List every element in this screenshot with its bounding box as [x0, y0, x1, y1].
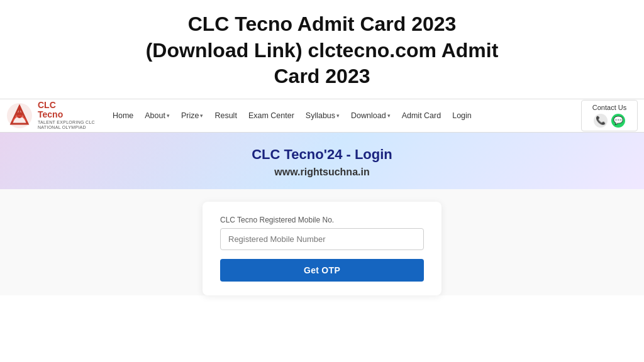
hero-section: CLC Tecno'24 - Login www.rightsuchna.in: [0, 133, 644, 189]
nav-label-admit-card: Admit Card: [402, 111, 441, 120]
nav-item-about[interactable]: About ▾: [140, 107, 175, 124]
about-dropdown-arrow: ▾: [167, 112, 170, 119]
nav-label-prize: Prize: [181, 111, 199, 120]
navbar: CLC Tecno TALENT EXPLORING CLC NATIONAL …: [0, 99, 644, 133]
svg-point-2: [16, 112, 23, 118]
mobile-label: CLC Tecno Registered Mobile No.: [220, 216, 424, 224]
nav-label-exam-center: Exam Center: [248, 111, 294, 120]
syllabus-dropdown-arrow: ▾: [336, 112, 340, 119]
logo-brand: CLC Tecno: [38, 101, 95, 120]
contact-us-label: Contact Us: [592, 104, 626, 111]
contact-us-box[interactable]: Contact Us 📞 💬: [581, 100, 638, 131]
navbar-nav: Home About ▾ Prize ▾ Result Exam Center …: [108, 107, 581, 124]
nav-item-exam-center[interactable]: Exam Center: [243, 107, 299, 124]
nav-item-syllabus[interactable]: Syllabus ▾: [301, 107, 345, 124]
hero-subtitle: www.rightsuchna.in: [13, 167, 631, 178]
nav-item-download[interactable]: Download ▾: [346, 107, 396, 124]
mobile-input[interactable]: [220, 228, 424, 250]
nav-label-home: Home: [113, 111, 133, 120]
nav-label-about: About: [145, 111, 165, 120]
navbar-logo[interactable]: CLC Tecno TALENT EXPLORING CLC NATIONAL …: [6, 101, 95, 131]
get-otp-button[interactable]: Get OTP: [220, 259, 424, 282]
whatsapp-icon[interactable]: 💬: [611, 114, 625, 128]
nav-item-prize[interactable]: Prize ▾: [176, 107, 208, 124]
login-form-section: CLC Tecno Registered Mobile No. Get OTP: [0, 189, 644, 295]
download-dropdown-arrow: ▾: [387, 112, 391, 119]
logo-text: CLC Tecno TALENT EXPLORING CLC NATIONAL …: [38, 101, 95, 131]
hero-title: CLC Tecno'24 - Login: [13, 146, 631, 163]
page-title-section: CLC Tecno Admit Card 2023 (Download Link…: [0, 0, 644, 99]
page-title: CLC Tecno Admit Card 2023 (Download Link…: [50, 11, 594, 90]
logo-tagline: TALENT EXPLORING CLC NATIONAL OLYMPIAD: [38, 120, 95, 131]
nav-item-result[interactable]: Result: [209, 107, 242, 124]
nav-label-login: Login: [452, 111, 472, 120]
contact-icons: 📞 💬: [594, 114, 625, 128]
nav-item-home[interactable]: Home: [108, 107, 138, 124]
nav-label-result: Result: [214, 111, 236, 120]
nav-item-admit-card[interactable]: Admit Card: [397, 107, 447, 124]
login-card: CLC Tecno Registered Mobile No. Get OTP: [203, 202, 441, 295]
nav-item-login[interactable]: Login: [447, 107, 477, 124]
logo-icon: [6, 102, 33, 129]
prize-dropdown-arrow: ▾: [200, 112, 203, 119]
nav-label-download: Download: [351, 111, 386, 120]
phone-icon[interactable]: 📞: [594, 114, 608, 128]
nav-label-syllabus: Syllabus: [306, 111, 335, 120]
